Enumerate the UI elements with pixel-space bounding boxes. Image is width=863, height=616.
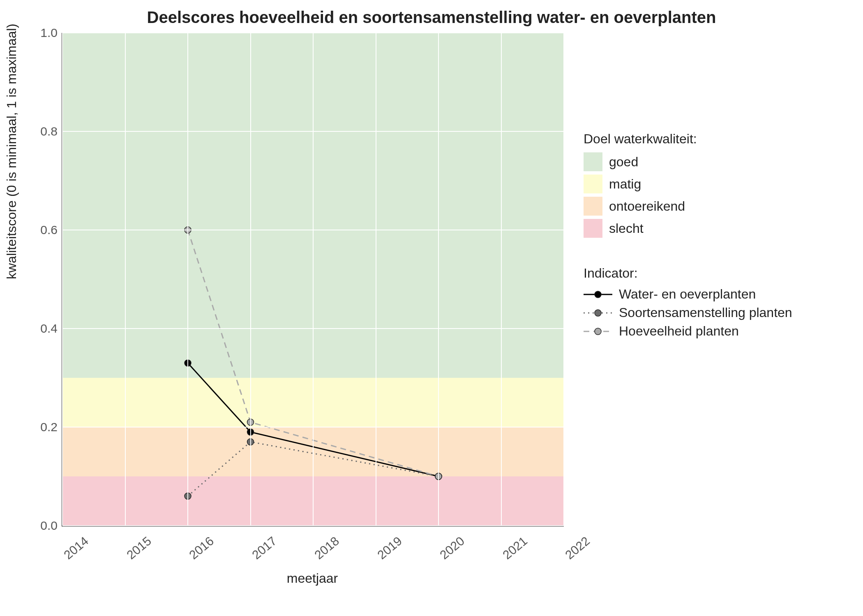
x-tick-label: 2021 (489, 534, 530, 571)
y-tick-label: 0.2 (12, 420, 58, 434)
legend-line-sample (584, 325, 612, 338)
gridline-v (438, 33, 439, 526)
y-tick-label: 0.0 (12, 519, 58, 533)
legend-series-item: Water- en oeverplanten (584, 287, 792, 302)
x-tick-label: 2019 (364, 534, 404, 571)
legend-band-item: slecht (584, 219, 792, 238)
x-tick-label: 2022 (552, 534, 592, 571)
gridline-v (313, 33, 314, 526)
x-tick-label: 2018 (301, 534, 342, 571)
legend-swatch (584, 197, 602, 216)
legend-band-item: goed (584, 152, 792, 171)
gridline-v (250, 33, 251, 526)
legend-series-item: Soortensamenstelling planten (584, 305, 792, 320)
x-tick-label: 2016 (176, 534, 216, 571)
legend-band-item: matig (584, 175, 792, 193)
legend-label: Water- en oeverplanten (619, 287, 756, 302)
legend-label: Hoeveelheid planten (619, 324, 739, 339)
legend-label: matig (609, 177, 641, 192)
legend-line-sample (584, 288, 612, 301)
legend-band-title: Doel waterkwaliteit: (584, 131, 792, 147)
legend-label: ontoereikend (609, 199, 685, 214)
x-tick-label: 2015 (113, 534, 154, 571)
y-axis-label: kwaliteitscore (0 is minimaal, 1 is maxi… (4, 24, 19, 279)
gridline-v (501, 33, 502, 526)
legend-swatch (584, 219, 602, 238)
x-tick-label: 2020 (427, 534, 467, 571)
y-tick-label: 0.8 (12, 124, 58, 138)
svg-point-1 (595, 291, 601, 298)
legend-line-sample (584, 307, 612, 319)
gridline-v (62, 33, 63, 526)
gridline-v (376, 33, 376, 526)
legend-series-title: Indicator: (584, 266, 792, 281)
legend-swatch (584, 175, 602, 193)
gridline-v (125, 33, 126, 526)
svg-point-5 (595, 328, 601, 335)
legend: Doel waterkwaliteit:goedmatigontoereiken… (584, 131, 792, 342)
x-axis-label: meetjaar (62, 571, 563, 586)
y-tick-label: 0.4 (12, 322, 58, 336)
plot-area (62, 33, 564, 526)
legend-label: goed (609, 154, 638, 170)
legend-label: slecht (609, 221, 644, 236)
chart-title: Deelscores hoeveelheid en soortensamenst… (8, 8, 855, 27)
x-tick-label: 2014 (51, 534, 91, 571)
legend-swatch (584, 152, 602, 171)
legend-label: Soortensamenstelling planten (619, 305, 792, 320)
legend-series-item: Hoeveelheid planten (584, 324, 792, 339)
y-tick-label: 1.0 (12, 26, 58, 40)
y-tick-label: 0.6 (12, 223, 58, 237)
gridline-v (563, 33, 564, 526)
gridline-v (187, 33, 188, 526)
legend-band-item: ontoereikend (584, 197, 792, 216)
x-tick-label: 2017 (239, 534, 279, 571)
chart-container: Deelscores hoeveelheid en soortensamenst… (8, 8, 855, 608)
svg-point-3 (595, 310, 601, 316)
